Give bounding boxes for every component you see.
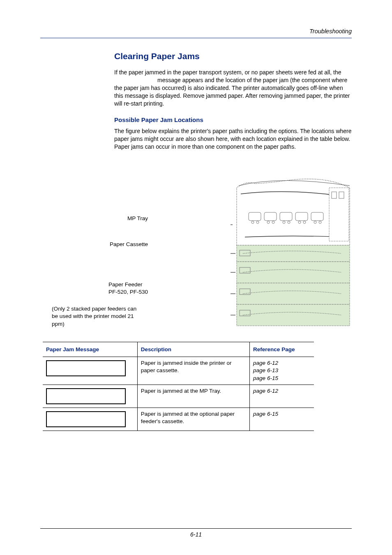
svg-rect-2: [280, 212, 292, 221]
th-description: Description: [137, 342, 249, 357]
td-desc: Paper is jammed inside the printer or pa…: [137, 357, 249, 385]
header-rule: [40, 38, 352, 38]
page-number: 6-11: [40, 531, 352, 538]
th-message: Paper Jam Message: [43, 342, 137, 357]
page-footer: 6-11: [40, 528, 352, 538]
th-reference: Reference Page: [250, 342, 314, 357]
main-heading: Clearing Paper Jams: [114, 51, 352, 61]
lcd-message-frame: [46, 360, 126, 376]
ref-link[interactable]: page 6-12: [253, 388, 278, 394]
intro-paragraph: If the paper jammed in the paper transpo…: [114, 69, 352, 107]
svg-rect-21: [237, 262, 350, 283]
paper-feeder-line2: PF-520, PF-530: [108, 289, 148, 295]
ref-link[interactable]: page 6-15: [253, 411, 278, 417]
ref-link[interactable]: page 6-13: [253, 367, 278, 373]
svg-rect-1: [264, 212, 277, 221]
figure-label-paper-feeder: Paper Feeder PF-520, PF-530: [108, 281, 148, 295]
page-container: Troubleshooting Clearing Paper Jams If t…: [0, 0, 392, 555]
table-row: Paper is jammed inside the printer or pa…: [43, 357, 314, 385]
footer-rule: [40, 528, 352, 529]
figure-label-paper-cassette: Paper Cassette: [110, 241, 148, 248]
ref-link[interactable]: page 6-15: [253, 375, 278, 381]
table-row: Paper is jammed at the optional paper fe…: [43, 408, 314, 431]
paper-feeder-line1: Paper Feeder: [108, 281, 143, 288]
svg-rect-3: [295, 212, 308, 221]
lcd-message-frame: [46, 411, 126, 427]
figure-area: MP Tray Paper Cassette Paper Feeder PF-5…: [40, 163, 352, 344]
lcd-message-frame: [46, 388, 126, 404]
td-desc: Paper is jammed at the MP Tray.: [137, 385, 249, 408]
printer-diagram: [231, 171, 374, 340]
ref-link[interactable]: page 6-12: [253, 360, 278, 366]
svg-rect-0: [249, 212, 261, 221]
svg-rect-25: [237, 304, 350, 326]
svg-rect-4: [311, 212, 323, 221]
svg-rect-19: [237, 245, 350, 262]
td-desc: Paper is jammed at the optional paper fe…: [137, 408, 249, 431]
svg-rect-23: [237, 283, 350, 304]
sub-paragraph: The figure below explains the printer's …: [114, 127, 352, 151]
figure-note: (Only 2 stacked paper feeders can be use…: [52, 305, 138, 328]
table-row: Paper is jammed at the MP Tray. page 6-1…: [43, 385, 314, 408]
table-header-row: Paper Jam Message Description Reference …: [43, 342, 314, 357]
header-section-label: Troubleshooting: [40, 28, 352, 35]
content-body: Clearing Paper Jams If the paper jammed …: [114, 51, 352, 151]
sub-heading: Possible Paper Jam Locations: [114, 116, 352, 123]
figure-label-mp-tray: MP Tray: [127, 215, 148, 222]
jam-table: Paper Jam Message Description Reference …: [43, 342, 314, 431]
